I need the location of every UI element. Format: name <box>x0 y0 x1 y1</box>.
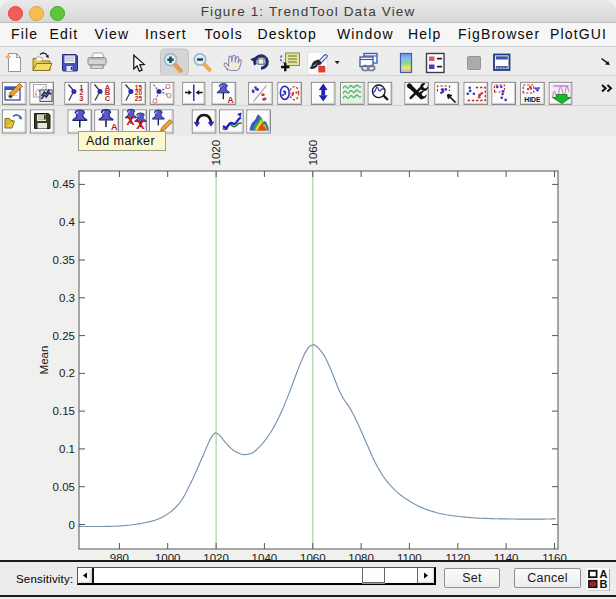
svg-text:1060: 1060 <box>307 140 319 166</box>
svg-text:0.15: 0.15 <box>53 405 75 417</box>
svg-text:25: 25 <box>135 95 143 102</box>
svg-text:C: C <box>105 94 111 103</box>
svg-text:0.3: 0.3 <box>59 292 75 304</box>
svg-text:X: X <box>126 114 135 128</box>
svg-text:X: X <box>136 118 145 132</box>
svg-text:0.4: 0.4 <box>59 216 76 228</box>
svg-text:0.45: 0.45 <box>53 178 75 190</box>
svg-text:3: 3 <box>79 94 83 103</box>
svg-text:0.35: 0.35 <box>53 254 75 266</box>
svg-text:A: A <box>227 95 233 105</box>
svg-text:0.2: 0.2 <box>59 367 75 379</box>
svg-text:HIDE: HIDE <box>524 96 541 103</box>
svg-text:0.25: 0.25 <box>53 330 75 342</box>
svg-text:0.05: 0.05 <box>53 481 75 493</box>
svg-text:Mean: Mean <box>38 346 50 375</box>
svg-text:0: 0 <box>69 519 75 531</box>
svg-text:0.1: 0.1 <box>59 443 75 455</box>
svg-text:B: B <box>600 578 608 590</box>
svg-text:1020: 1020 <box>210 140 222 166</box>
